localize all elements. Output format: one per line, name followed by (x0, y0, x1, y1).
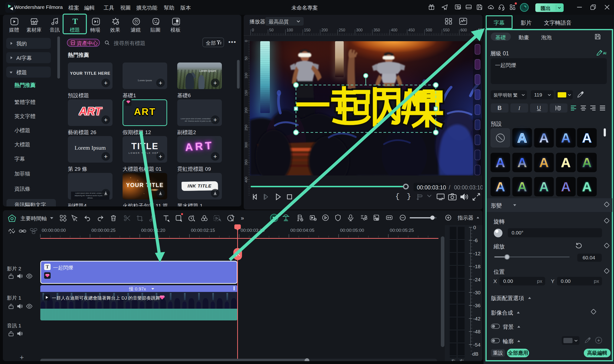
svg-text:600: 600 (460, 28, 467, 32)
svg-text:400: 400 (244, 177, 248, 183)
svg-text:-6: -6 (473, 238, 478, 243)
svg-text:150: 150 (304, 28, 311, 32)
svg-text:0: 0 (252, 28, 254, 32)
svg-text:00:00:00:00: 00:00:00:00 (42, 228, 66, 233)
svg-text:550: 550 (443, 28, 450, 32)
svg-text:00:00:03:10: 00:00:03:10 (240, 228, 265, 233)
svg-text:00:00:05:25: 00:00:05:25 (390, 228, 414, 233)
svg-text:400: 400 (391, 28, 397, 32)
svg-text:00:00:02:15: 00:00:02:15 (191, 228, 215, 233)
svg-text:-42: -42 (473, 316, 480, 321)
svg-text:650: 650 (478, 28, 483, 32)
svg-text:150: 150 (244, 90, 248, 96)
svg-text:50: 50 (269, 28, 274, 32)
svg-text:300: 300 (356, 28, 363, 32)
svg-text:250: 250 (339, 28, 345, 32)
svg-text:200: 200 (321, 28, 328, 32)
svg-text:-36: -36 (473, 303, 480, 308)
svg-text:300: 300 (244, 142, 248, 148)
svg-text:-12: -12 (473, 251, 480, 256)
svg-text:100: 100 (287, 28, 293, 32)
svg-text:250: 250 (244, 125, 248, 130)
svg-text:-30: -30 (473, 290, 480, 295)
svg-text:-24: -24 (473, 277, 481, 282)
svg-text:-48: -48 (473, 329, 480, 334)
svg-text:dB: dB (472, 351, 478, 357)
svg-text:450: 450 (408, 28, 415, 32)
svg-text:0: 0 (244, 40, 248, 42)
svg-text:00:00:04:05: 00:00:04:05 (291, 228, 314, 233)
svg-text:00:00:01:20: 00:00:01:20 (141, 228, 165, 233)
svg-text:00:00:05:00: 00:00:05:00 (340, 228, 364, 233)
svg-text:500: 500 (426, 28, 432, 32)
svg-text:-54: -54 (473, 342, 481, 348)
svg-text:200: 200 (244, 107, 248, 113)
svg-text:350: 350 (374, 28, 380, 32)
svg-text:-18: -18 (473, 264, 480, 269)
svg-text:100: 100 (244, 73, 248, 78)
svg-text:00:00:00:25: 00:00:00:25 (91, 228, 115, 233)
svg-text:0: 0 (473, 225, 476, 230)
svg-text:50: 50 (244, 56, 248, 60)
svg-text:350: 350 (244, 159, 248, 165)
